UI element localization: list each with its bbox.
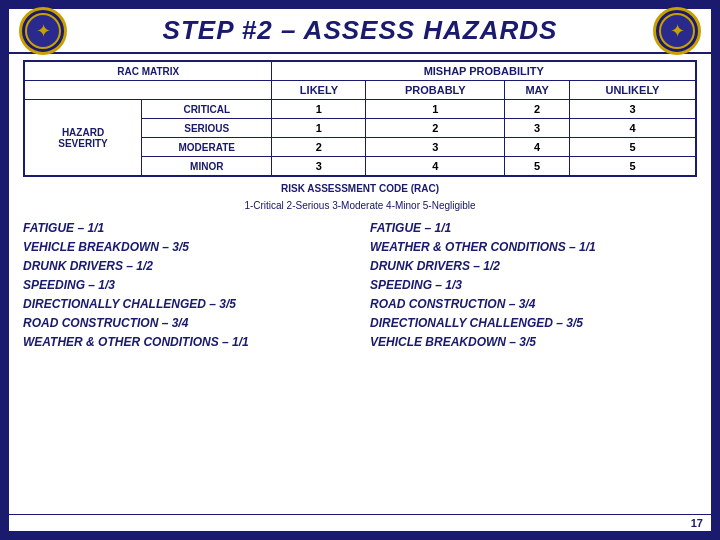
cell-critical-unlikely: 3	[569, 100, 696, 119]
hazard-left-2: DRUNK DRIVERS – 1/2	[23, 257, 350, 275]
footer: 17	[9, 514, 711, 531]
hazard-right-6: VEHICLE BREAKDOWN – 3/5	[370, 333, 697, 351]
hazard-severity-label: HAZARDSEVERITY	[24, 100, 142, 177]
cell-minor-probably: 4	[366, 157, 505, 177]
hazard-right-3: SPEEDING – 1/3	[370, 276, 697, 294]
mishap-probability-header: MISHAP PROBABILITY	[272, 61, 696, 81]
cell-serious-unlikely: 4	[569, 119, 696, 138]
hazard-lists: FATIGUE – 1/1 VEHICLE BREAKDOWN – 3/5 DR…	[23, 219, 697, 510]
hazard-left-6: WEATHER & OTHER CONDITIONS – 1/1	[23, 333, 350, 351]
rac-matrix-label: RAC MATRIX	[24, 61, 272, 81]
col-unlikely: UNLIKELY	[569, 81, 696, 100]
severity-serious: SERIOUS	[142, 119, 272, 138]
cell-moderate-unlikely: 5	[569, 138, 696, 157]
header: ✦ STEP #2 – ASSESS HAZARDS ✦	[9, 9, 711, 54]
severity-moderate: MODERATE	[142, 138, 272, 157]
cell-serious-probably: 2	[366, 119, 505, 138]
hazard-right-5: DIRECTIONALLY CHALLENGED – 3/5	[370, 314, 697, 332]
table-row: HAZARDSEVERITY CRITICAL 1 1 2 3	[24, 100, 696, 119]
rac-matrix-table: RAC MATRIX MISHAP PROBABILITY LIKELY PRO…	[23, 60, 697, 177]
cell-minor-unlikely: 5	[569, 157, 696, 177]
main-body: RAC MATRIX MISHAP PROBABILITY LIKELY PRO…	[9, 54, 711, 514]
hazard-right-2: DRUNK DRIVERS – 1/2	[370, 257, 697, 275]
cell-critical-may: 2	[505, 100, 570, 119]
hazard-column-left: FATIGUE – 1/1 VEHICLE BREAKDOWN – 3/5 DR…	[23, 219, 350, 510]
hazard-left-3: SPEEDING – 1/3	[23, 276, 350, 294]
cell-critical-probably: 1	[366, 100, 505, 119]
hazard-left-4: DIRECTIONALLY CHALLENGED – 3/5	[23, 295, 350, 313]
severity-minor: MINOR	[142, 157, 272, 177]
hazard-left-1: VEHICLE BREAKDOWN – 3/5	[23, 238, 350, 256]
col-may: MAY	[505, 81, 570, 100]
cell-serious-likely: 1	[272, 119, 366, 138]
hazard-left-5: ROAD CONSTRUCTION – 3/4	[23, 314, 350, 332]
eagle-icon-right: ✦	[670, 20, 685, 42]
page-title: STEP #2 – ASSESS HAZARDS	[163, 15, 558, 46]
rac-matrix-empty	[24, 81, 272, 100]
cell-moderate-likely: 2	[272, 138, 366, 157]
cell-serious-may: 3	[505, 119, 570, 138]
cell-moderate-may: 4	[505, 138, 570, 157]
logo-left: ✦	[19, 7, 67, 55]
col-probably: PROBABLY	[366, 81, 505, 100]
hazard-right-1: WEATHER & OTHER CONDITIONS – 1/1	[370, 238, 697, 256]
cell-moderate-probably: 3	[366, 138, 505, 157]
hazard-right-4: ROAD CONSTRUCTION – 3/4	[370, 295, 697, 313]
cell-minor-likely: 3	[272, 157, 366, 177]
logo-right: ✦	[653, 7, 701, 55]
hazard-left-0: FATIGUE – 1/1	[23, 219, 350, 237]
risk-scale: 1-Critical 2-Serious 3-Moderate 4-Minor …	[23, 200, 697, 211]
hazard-column-right: FATIGUE – 1/1 WEATHER & OTHER CONDITIONS…	[370, 219, 697, 510]
severity-critical: CRITICAL	[142, 100, 272, 119]
cell-minor-may: 5	[505, 157, 570, 177]
page-number: 17	[691, 517, 703, 529]
col-likely: LIKELY	[272, 81, 366, 100]
hazard-right-0: FATIGUE – 1/1	[370, 219, 697, 237]
risk-code-label: RISK ASSESSMENT CODE (RAC)	[23, 183, 697, 194]
cell-critical-likely: 1	[272, 100, 366, 119]
eagle-icon-left: ✦	[36, 20, 51, 42]
